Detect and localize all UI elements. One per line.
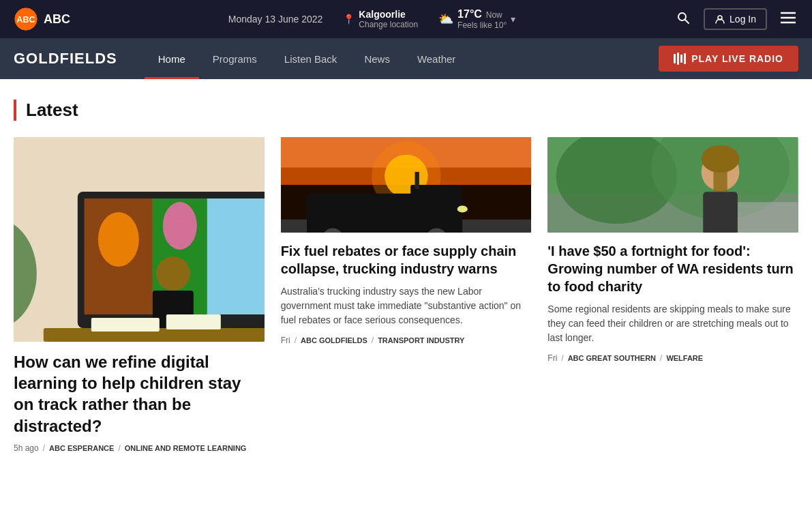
station-name: GOLDFIELDS: [14, 50, 117, 68]
article-side1-meta: Fri / ABC GOLDFIELDS / TRANSPORT INDUSTR…: [281, 336, 532, 345]
article-side2-desc: Some regional residents are skipping mea…: [547, 302, 798, 345]
nav-home[interactable]: Home: [145, 38, 199, 79]
article-side-1: Fix fuel rebates or face supply chain co…: [281, 137, 532, 453]
article-side1-source1[interactable]: ABC GOLDFIELDS: [301, 336, 367, 344]
svg-rect-46: [704, 192, 738, 233]
article-main: How can we refine digital learning to he…: [14, 137, 265, 453]
article-side1-title[interactable]: Fix fuel rebates or face supply chain co…: [281, 242, 532, 278]
weather-icon: ⛅: [438, 12, 453, 27]
article-side2-title[interactable]: 'I have $50 a fortnight for food': Growi…: [547, 242, 798, 295]
main-content: Latest: [0, 79, 812, 473]
nav-news[interactable]: News: [350, 38, 404, 79]
article-main-title[interactable]: How can we refine digital learning to he…: [14, 351, 265, 437]
article-side1-day: Fri: [281, 336, 290, 345]
article-side2-sep1: /: [561, 353, 563, 363]
svg-point-19: [163, 202, 197, 250]
svg-rect-33: [410, 185, 462, 220]
weather-label: Now: [486, 10, 502, 20]
login-label: Log In: [730, 14, 756, 25]
play-live-radio-button[interactable]: PLAY LIVE RADIO: [659, 46, 798, 72]
date-display: Monday 13 June 2022: [228, 14, 323, 25]
articles-grid: How can we refine digital learning to he…: [14, 137, 798, 453]
article-side1-sep1: /: [295, 336, 297, 345]
article-side2-source2[interactable]: WELFARE: [666, 354, 703, 362]
article-main-source2[interactable]: ONLINE AND REMOTE LEARNING: [125, 444, 247, 452]
abc-logo[interactable]: ABC ABC: [14, 7, 70, 31]
top-bar: ABC ABC Monday 13 June 2022 📍 Kalgoorlie…: [0, 0, 812, 38]
article-side-2: 'I have $50 a fortnight for food': Growi…: [547, 137, 798, 453]
article-side2-source1[interactable]: ABC GREAT SOUTHERN: [568, 354, 656, 362]
logo-text: ABC: [44, 12, 70, 27]
weather-sun-icon: ⛅: [438, 12, 453, 27]
svg-rect-23: [91, 318, 160, 332]
article-side1-sep2: /: [372, 336, 374, 345]
location-name: Kalgoorlie: [359, 9, 405, 20]
location-pin-icon: 📍: [343, 14, 355, 25]
svg-point-18: [98, 212, 139, 267]
weather-info: 17°C Now Feels like 10°: [457, 8, 507, 30]
svg-rect-24: [166, 314, 221, 329]
menu-button[interactable]: [778, 9, 798, 30]
article-main-time: 5h ago: [14, 443, 39, 453]
article-main-sep1: /: [43, 443, 45, 453]
play-bar-4: [684, 53, 686, 64]
weather-temp: 17°C: [457, 8, 482, 20]
play-label: PLAY LIVE RADIO: [691, 53, 783, 64]
svg-text:ABC: ABC: [16, 15, 35, 25]
article-side1-image: [281, 137, 532, 233]
login-button[interactable]: Log In: [704, 8, 767, 30]
location-section[interactable]: 📍 Kalgoorlie Change location: [343, 9, 418, 29]
article-side1-desc: Australia's trucking industry says the n…: [281, 284, 532, 327]
article-side2-image: [547, 137, 798, 233]
nav-weather[interactable]: Weather: [404, 38, 469, 79]
play-bar-3: [680, 55, 682, 63]
article-main-image: [14, 137, 265, 342]
top-bar-center: Monday 13 June 2022 📍 Kalgoorlie Change …: [84, 8, 660, 30]
svg-point-20: [156, 256, 190, 291]
location-change: Change location: [359, 20, 418, 29]
nav-listen-back[interactable]: Listen Back: [271, 38, 351, 79]
article-main-meta: 5h ago / ABC ESPERANCE / ONLINE AND REMO…: [14, 443, 265, 453]
svg-rect-48: [714, 166, 727, 192]
latest-section-title: Latest: [14, 100, 798, 121]
play-bar-2: [677, 53, 679, 65]
article-side2-sep2: /: [660, 353, 662, 363]
article-side1-source2[interactable]: TRANSPORT INDUSTRY: [378, 336, 464, 344]
location-info: Kalgoorlie Change location: [359, 9, 418, 29]
article-main-sep2: /: [118, 443, 120, 453]
svg-line-3: [685, 20, 689, 23]
top-bar-right: Log In: [674, 8, 798, 31]
play-bar-1: [674, 54, 676, 63]
weather-dropdown-icon[interactable]: ▾: [511, 14, 515, 25]
play-icon: [674, 53, 686, 65]
article-side2-day: Fri: [547, 353, 557, 363]
weather-feels: Feels like 10°: [457, 20, 507, 30]
search-button[interactable]: [674, 8, 693, 31]
article-main-source1[interactable]: ABC ESPERANCE: [49, 444, 114, 452]
station-nav: GOLDFIELDS Home Programs Listen Back New…: [0, 38, 812, 79]
svg-rect-39: [415, 172, 419, 189]
nav-links: Home Programs Listen Back News Weather: [145, 38, 659, 79]
svg-rect-17: [207, 198, 265, 314]
weather-section: ⛅ 17°C Now Feels like 10° ▾: [438, 8, 515, 30]
svg-point-38: [457, 205, 467, 212]
article-side2-meta: Fri / ABC GREAT SOUTHERN / WELFARE: [547, 353, 798, 363]
nav-programs[interactable]: Programs: [199, 38, 271, 79]
